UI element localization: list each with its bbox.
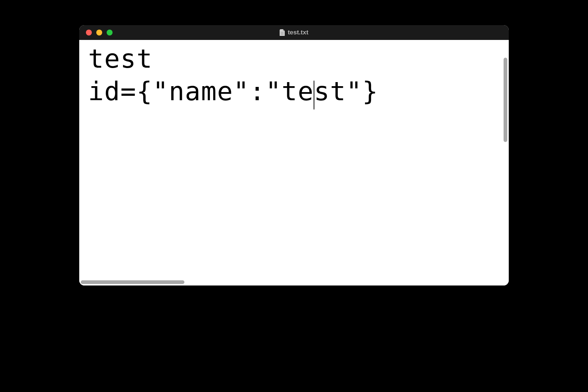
text-line-2[interactable]: id={"name":"test"} bbox=[88, 75, 500, 108]
editor-content-area[interactable]: testid={"name":"test"} bbox=[79, 40, 509, 285]
text-after-cursor: st"} bbox=[314, 76, 378, 107]
window-title: test.txt bbox=[288, 29, 308, 36]
horizontal-scrollbar[interactable] bbox=[81, 280, 184, 284]
close-button[interactable] bbox=[86, 30, 92, 36]
text-line-1[interactable]: test bbox=[88, 43, 500, 75]
minimize-button[interactable] bbox=[96, 30, 102, 36]
text-editor-window: test.txt testid={"name":"test"} bbox=[79, 25, 509, 285]
text-before-cursor: id={"name":"te bbox=[88, 76, 314, 107]
zoom-button[interactable] bbox=[107, 30, 113, 36]
file-icon bbox=[280, 29, 285, 36]
traffic-lights bbox=[86, 30, 113, 36]
text-content[interactable]: testid={"name":"test"} bbox=[79, 40, 509, 111]
vertical-scrollbar[interactable] bbox=[504, 58, 507, 142]
text-cursor bbox=[314, 81, 314, 109]
title-container: test.txt bbox=[280, 29, 308, 36]
titlebar[interactable]: test.txt bbox=[79, 25, 509, 40]
